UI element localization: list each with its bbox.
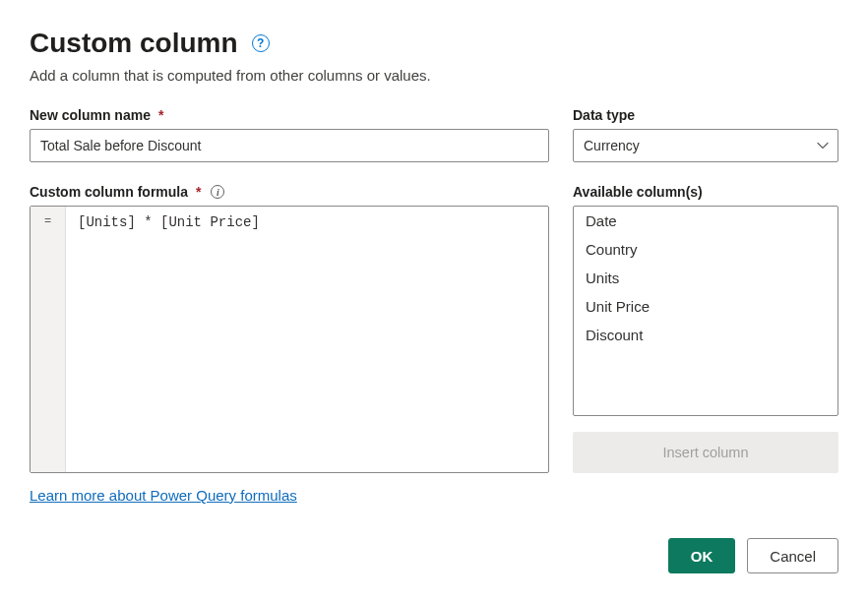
required-indicator: * xyxy=(196,184,201,200)
data-type-value: Currency xyxy=(584,138,640,153)
info-icon[interactable]: i xyxy=(211,185,224,199)
formula-label-text: Custom column formula xyxy=(30,184,188,200)
available-columns-label-text: Available column(s) xyxy=(573,184,703,200)
data-type-select[interactable]: Currency xyxy=(573,129,838,162)
formula-text[interactable]: [Units] * [Unit Price] xyxy=(66,207,548,472)
available-columns-label: Available column(s) xyxy=(573,184,838,200)
dialog-title: Custom column xyxy=(30,28,238,59)
list-item[interactable]: Discount xyxy=(574,321,837,349)
required-indicator: * xyxy=(158,107,163,123)
list-item[interactable]: Date xyxy=(574,207,837,235)
formula-editor[interactable]: = [Units] * [Unit Price] xyxy=(30,206,549,473)
available-columns-list[interactable]: Date Country Units Unit Price Discount xyxy=(573,206,838,416)
learn-more-link[interactable]: Learn more about Power Query formulas xyxy=(30,487,297,504)
column-name-label: New column name* xyxy=(30,107,549,123)
ok-button[interactable]: OK xyxy=(668,538,736,573)
dialog-subtitle: Add a column that is computed from other… xyxy=(30,67,838,84)
data-type-label: Data type xyxy=(573,107,838,123)
list-item[interactable]: Units xyxy=(574,264,837,292)
column-name-label-text: New column name xyxy=(30,107,151,123)
formula-gutter: = xyxy=(31,207,66,472)
column-name-input[interactable] xyxy=(30,129,549,162)
insert-column-button: Insert column xyxy=(573,432,838,473)
cancel-button[interactable]: Cancel xyxy=(747,538,838,573)
data-type-label-text: Data type xyxy=(573,107,635,123)
list-item[interactable]: Unit Price xyxy=(574,292,837,321)
list-item[interactable]: Country xyxy=(574,235,837,264)
help-icon[interactable]: ? xyxy=(252,34,270,52)
formula-label: Custom column formula* i xyxy=(30,184,549,200)
